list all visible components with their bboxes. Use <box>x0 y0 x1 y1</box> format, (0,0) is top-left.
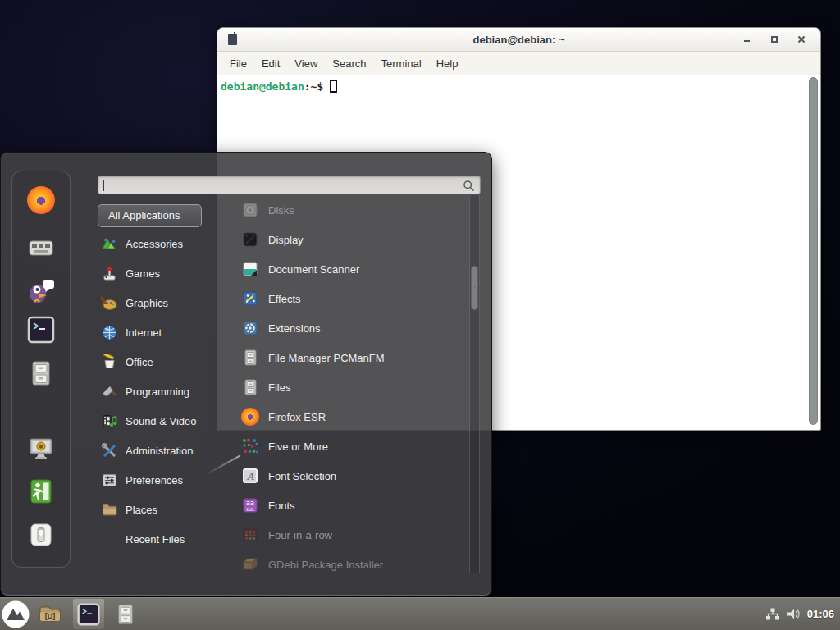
category-places[interactable]: Places <box>101 495 236 524</box>
lock-screen-icon[interactable] <box>27 435 55 463</box>
app-label: File Manager PCManFM <box>268 352 385 364</box>
menu-button[interactable] <box>2 600 30 628</box>
search-input[interactable] <box>98 176 481 194</box>
clock[interactable]: 01:06 <box>807 608 834 620</box>
menu-scrollbar-thumb[interactable] <box>471 266 478 310</box>
pidgin-icon[interactable] <box>27 276 55 304</box>
menu-search[interactable]: Search <box>325 54 373 73</box>
app-gdebi-package-installer[interactable]: GDebi Package Installer <box>221 550 469 573</box>
logout-icon[interactable] <box>27 477 55 505</box>
graphics-icon <box>101 294 118 312</box>
menu-view[interactable]: View <box>287 54 325 73</box>
application-list: Disks Display Document Scanner <box>221 195 469 573</box>
gdebi-icon <box>241 555 259 573</box>
app-extensions[interactable]: Extensions <box>221 313 469 343</box>
terminal-scrollbar[interactable] <box>809 77 818 425</box>
app-firefox-esr[interactable]: Firefox ESR <box>221 402 469 431</box>
app-effects[interactable]: Effects <box>221 284 469 313</box>
terminal-title: debian@debian: ~ <box>217 34 820 46</box>
maximize-icon[interactable] <box>770 35 778 43</box>
category-label: Preferences <box>126 474 183 486</box>
app-fonts[interactable]: aa aa Fonts <box>221 491 469 520</box>
app-files[interactable]: Files <box>221 372 469 402</box>
file-manager-icon <box>241 349 259 367</box>
menu-file[interactable]: File <box>222 54 254 73</box>
taskbar: [D] 01:06 <box>0 597 840 630</box>
document-scanner-icon <box>241 260 259 278</box>
five-or-more-icon <box>241 437 259 455</box>
terminal-app-icon <box>228 34 237 45</box>
app-five-or-more[interactable]: Five or More <box>221 431 469 461</box>
terminal-menubar: File Edit View Search Terminal Help <box>217 52 820 75</box>
category-label: Games <box>126 267 160 280</box>
app-label: Font Selection <box>268 470 336 482</box>
network-icon[interactable] <box>765 607 780 621</box>
files-icon <box>241 378 259 396</box>
taskbar-file-manager-button[interactable]: [D] <box>38 602 62 627</box>
terminal-scrollbar-thumb[interactable] <box>809 77 818 425</box>
app-label: Four-in-a-row <box>268 529 332 541</box>
extensions-icon <box>241 319 259 337</box>
window-controls <box>743 35 820 43</box>
app-label: Extensions <box>268 322 321 335</box>
app-display[interactable]: Display <box>221 225 469 254</box>
app-font-selection[interactable]: A Font Selection <box>221 461 469 491</box>
close-icon[interactable] <box>797 35 806 43</box>
all-applications-button[interactable]: All Applications <box>98 204 202 227</box>
menu-edit[interactable]: Edit <box>254 54 287 73</box>
taskbar-terminal-button[interactable] <box>73 599 104 629</box>
firefox-esr-icon <box>241 408 259 426</box>
category-label: Graphics <box>126 297 168 309</box>
app-label: Files <box>268 381 290 394</box>
category-recent-files[interactable]: Recent Files <box>101 524 236 554</box>
taskbar-cabinet-button[interactable] <box>114 603 137 626</box>
shutdown-icon[interactable] <box>27 521 55 549</box>
app-label: Firefox ESR <box>268 411 326 423</box>
menu-scrollbar[interactable] <box>469 195 480 573</box>
category-programming[interactable]: Programming <box>101 377 236 406</box>
app-document-scanner[interactable]: Document Scanner <box>221 254 469 284</box>
category-office[interactable]: Office <box>101 347 236 377</box>
svg-text:aa: aa <box>246 505 254 513</box>
app-label: Effects <box>268 293 301 305</box>
category-label: Administration <box>126 445 193 457</box>
favorites-panel <box>11 171 71 568</box>
app-label: Display <box>268 234 304 246</box>
games-icon <box>101 265 118 282</box>
category-graphics[interactable]: Graphics <box>101 288 236 317</box>
category-games[interactable]: Games <box>101 258 236 288</box>
menu-help[interactable]: Help <box>429 54 466 73</box>
app-four-in-a-row[interactable]: Four-in-a-row <box>221 520 469 550</box>
sound-video-icon <box>101 413 118 430</box>
volume-icon[interactable] <box>786 607 801 621</box>
search-icon <box>463 180 475 192</box>
category-label: Sound & Video <box>126 415 197 427</box>
app-label: Document Scanner <box>268 263 359 276</box>
preferences-icon <box>101 472 118 489</box>
keyboard-icon[interactable] <box>27 234 55 262</box>
office-icon <box>101 354 118 371</box>
menu-terminal[interactable]: Terminal <box>374 54 429 73</box>
app-file-manager-pcmanfm[interactable]: File Manager PCManFM <box>221 343 469 372</box>
category-internet[interactable]: Internet <box>101 317 236 347</box>
category-sound-video[interactable]: Sound & Video <box>101 406 236 436</box>
file-cabinet-icon[interactable] <box>27 359 55 387</box>
display-icon <box>241 231 259 249</box>
app-label: Fonts <box>268 500 295 512</box>
category-label: Recent Files <box>126 533 185 546</box>
app-disks[interactable]: Disks <box>221 195 469 225</box>
category-accessories[interactable]: Accessories <box>101 229 236 258</box>
firefox-icon[interactable] <box>27 186 55 214</box>
category-administration[interactable]: Administration <box>101 436 236 465</box>
taskbar-terminal-icon <box>77 603 100 626</box>
scrollbar-grip <box>474 285 475 291</box>
recent-files-spacer <box>101 531 118 548</box>
terminal-launcher-icon[interactable] <box>27 316 55 344</box>
minimize-icon[interactable] <box>743 35 751 43</box>
system-tray: 01:06 <box>765 607 840 621</box>
administration-icon <box>101 442 118 459</box>
category-label: Places <box>126 504 158 516</box>
terminal-titlebar[interactable]: debian@debian: ~ <box>217 28 820 52</box>
folder-badge: [D] <box>38 612 62 620</box>
prompt-user-host: debian@debian <box>221 80 304 93</box>
